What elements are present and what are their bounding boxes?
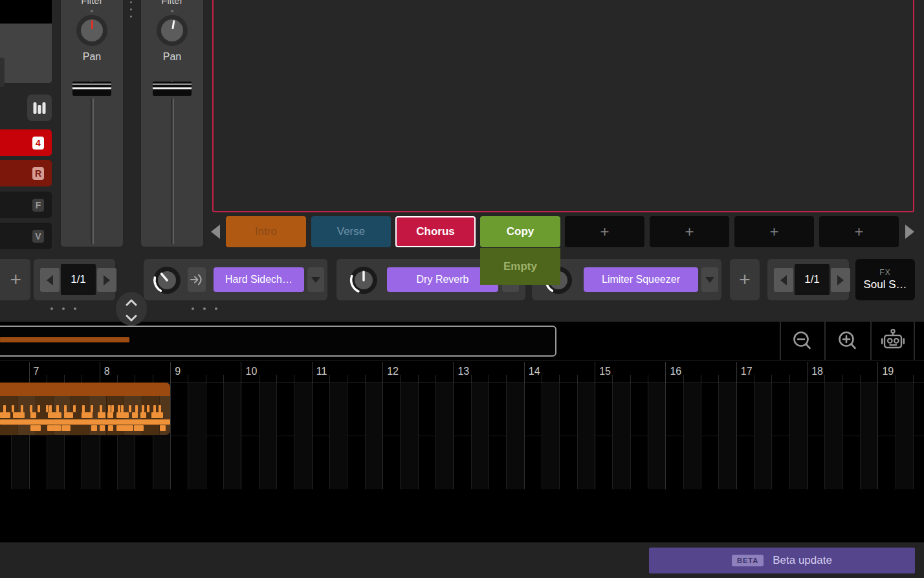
add-section-button[interactable]: + bbox=[565, 216, 644, 247]
midi-note bbox=[132, 412, 138, 418]
grid-line bbox=[630, 383, 631, 489]
ruler-beat-tick bbox=[630, 375, 631, 384]
midi-note bbox=[61, 425, 71, 431]
sections-scroll-left-icon[interactable] bbox=[211, 225, 220, 239]
fx-slot-1-name-button[interactable]: Hard Sidech… bbox=[214, 267, 304, 292]
midi-note bbox=[0, 412, 10, 418]
ruler-bar-line bbox=[382, 362, 383, 384]
grid-line bbox=[294, 383, 294, 489]
midi-note bbox=[140, 412, 146, 418]
separator bbox=[824, 322, 826, 360]
chevron-down-icon bbox=[311, 277, 320, 283]
ruler-bar-number: 19 bbox=[882, 366, 894, 377]
midi-note bbox=[100, 425, 105, 431]
ruler-bar-number: 16 bbox=[670, 366, 681, 377]
track-badge-f: F bbox=[32, 199, 44, 212]
ruler-bar-line bbox=[100, 362, 100, 384]
triangle-right-icon bbox=[837, 275, 844, 285]
section-button-verse[interactable]: Verse bbox=[311, 216, 391, 247]
grid-beat-shade bbox=[789, 383, 807, 489]
panel-drag-dots-left[interactable] bbox=[50, 307, 76, 311]
panel-drag-dots-right[interactable] bbox=[192, 307, 217, 311]
ruler-bar-number: 9 bbox=[175, 366, 181, 377]
panel-collapse-tab[interactable] bbox=[116, 292, 147, 326]
zoom-in-button[interactable] bbox=[826, 322, 869, 360]
ruler-bar-number: 10 bbox=[245, 366, 257, 377]
track-button-4[interactable]: 4 bbox=[0, 129, 52, 156]
add-section-button[interactable]: + bbox=[734, 216, 814, 247]
ruler-bar-line bbox=[241, 362, 241, 384]
grid-line bbox=[489, 383, 489, 489]
track-button-r[interactable]: R bbox=[0, 160, 52, 186]
ruler-beat-tick bbox=[648, 375, 648, 384]
section-button-chorus[interactable]: Chorus bbox=[395, 216, 476, 247]
filter-label: Filter bbox=[141, 0, 203, 6]
filter-knob[interactable] bbox=[157, 15, 188, 46]
grid-line bbox=[506, 383, 507, 489]
overview-range-handle[interactable] bbox=[0, 337, 129, 342]
ai-assistant-button[interactable] bbox=[872, 322, 914, 360]
fx-slot-3-name-button[interactable]: Limiter Squeezer bbox=[584, 267, 698, 292]
grid-line bbox=[276, 383, 277, 489]
volume-fader-handle[interactable] bbox=[72, 82, 111, 96]
ruler-beat-tick bbox=[789, 375, 790, 384]
beta-update-button[interactable]: BETA Beta update bbox=[649, 548, 915, 573]
ruler-bar-line bbox=[29, 362, 30, 384]
piano-roll-button[interactable] bbox=[27, 94, 52, 121]
fx-bank-button[interactable]: FX Soul S… bbox=[855, 259, 915, 300]
channel-drag-handle[interactable] bbox=[129, 1, 133, 21]
midi-note bbox=[142, 405, 144, 412]
grid-line bbox=[170, 383, 171, 489]
fx-slot-3-dropdown-button[interactable] bbox=[701, 267, 718, 292]
ruler-beat-tick bbox=[347, 375, 347, 384]
midi-clip-header[interactable] bbox=[0, 383, 170, 396]
timeline-overview-scrollbar[interactable] bbox=[0, 326, 556, 357]
volume-fader-handle[interactable] bbox=[153, 82, 192, 96]
midi-note bbox=[64, 405, 67, 412]
fader-handle-line bbox=[72, 87, 111, 89]
ruler-bar-line bbox=[595, 362, 595, 384]
ruler-beat-tick bbox=[365, 375, 366, 384]
grid-line bbox=[807, 383, 808, 489]
fx-slot-1-dropdown-button[interactable] bbox=[307, 267, 324, 292]
ruler-beat-tick bbox=[577, 375, 578, 384]
fx-pager-right-next-button[interactable] bbox=[831, 268, 850, 292]
plus-icon: + bbox=[10, 270, 21, 289]
sections-scroll-right-icon[interactable] bbox=[905, 225, 914, 239]
menu-item-copy[interactable]: Copy bbox=[480, 216, 560, 247]
timeline-ruler[interactable]: 78910111213141516171819 bbox=[0, 360, 924, 383]
section-button-intro[interactable]: Intro bbox=[226, 216, 306, 247]
grid-beat-shade bbox=[259, 383, 276, 489]
track-button-f[interactable]: F bbox=[0, 192, 52, 218]
add-section-button[interactable]: + bbox=[650, 216, 729, 247]
add-section-button[interactable]: + bbox=[819, 216, 899, 247]
sidechain-input-button[interactable] bbox=[188, 267, 206, 292]
grid-line bbox=[771, 383, 772, 489]
knob-pointer-wrap bbox=[155, 13, 190, 49]
knob-top-dot bbox=[91, 10, 93, 12]
grid-line bbox=[471, 383, 472, 489]
knob-top-dot bbox=[171, 10, 173, 12]
panel-notch bbox=[0, 58, 5, 87]
grid-line bbox=[701, 383, 701, 489]
fader-handle-line bbox=[72, 83, 111, 85]
menu-item-empty[interactable]: Empty bbox=[480, 248, 560, 285]
fx-knob-2[interactable] bbox=[349, 266, 378, 295]
add-fx-button-left[interactable]: + bbox=[0, 259, 30, 300]
midi-clip[interactable] bbox=[0, 383, 170, 435]
ruler-beat-tick bbox=[329, 375, 330, 384]
fx-pager-left-prev-button[interactable] bbox=[40, 268, 60, 292]
grid-line bbox=[400, 383, 401, 489]
fx-pager-right-prev-button[interactable] bbox=[774, 268, 793, 292]
filter-knob[interactable] bbox=[76, 15, 107, 46]
filter-label: Filter bbox=[61, 0, 123, 6]
zoom-out-button[interactable] bbox=[781, 322, 824, 360]
midi-note bbox=[30, 405, 32, 412]
add-fx-button-right[interactable]: + bbox=[730, 259, 760, 300]
midi-note bbox=[91, 405, 93, 412]
top-left-black-panel bbox=[0, 0, 52, 23]
fx-pager-left-next-button[interactable] bbox=[97, 268, 116, 292]
fx-knob-1[interactable] bbox=[153, 266, 181, 295]
midi-note bbox=[47, 425, 61, 431]
midi-note bbox=[64, 412, 73, 418]
